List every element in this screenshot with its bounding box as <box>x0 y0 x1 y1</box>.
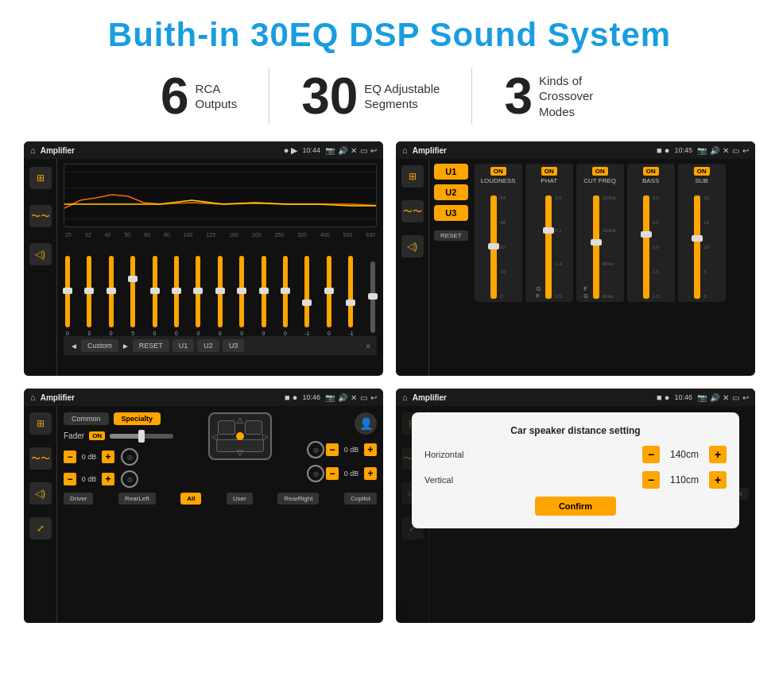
eq-slider-14[interactable] <box>370 261 375 336</box>
horizontal-minus-btn[interactable]: − <box>642 446 660 463</box>
eq-sliders: 0 0 0 5 0 0 0 0 0 0 0 -1 0 -1 <box>64 241 377 336</box>
vertical-plus-btn[interactable]: + <box>709 471 727 489</box>
up-arrow[interactable]: △ <box>237 416 243 424</box>
xo-reset-btn[interactable]: RESET <box>434 230 468 241</box>
bass-slider: 3.02.52.01.51.0 <box>643 188 659 299</box>
home-icon: ⌂ <box>30 145 36 155</box>
sub-on-badge[interactable]: ON <box>694 167 710 176</box>
stats-row: 6 RCAOutputs 30 EQ AdjustableSegments 3 … <box>24 68 755 124</box>
spk-icon-right-2: ◎ <box>307 465 324 482</box>
fader-row: Fader ON <box>64 431 173 440</box>
dist-home-icon: ⌂ <box>402 393 408 402</box>
dialog-confirm-area: Confirm <box>424 497 727 516</box>
eq-u2-btn[interactable]: U2 <box>197 339 219 352</box>
cutfreq-on-badge[interactable]: ON <box>592 167 608 176</box>
spk-ctrl-right-2: ◎ − 0 dB + <box>307 465 377 482</box>
eq-more-icon[interactable]: » <box>366 342 370 350</box>
stat-number-crossover: 3 <box>504 71 533 122</box>
spk-plus-left-2[interactable]: + <box>102 473 114 485</box>
eq-u1-btn[interactable]: U1 <box>172 339 195 352</box>
fader-back-icon: ↩ <box>370 393 377 402</box>
driver-btn[interactable]: Driver <box>64 493 93 505</box>
bass-on-badge[interactable]: ON <box>643 167 659 176</box>
bass-freq-labels: 3.02.52.01.51.0 <box>653 195 659 299</box>
spk-plus-left-1[interactable]: + <box>102 451 114 463</box>
xo-speaker-btn[interactable]: ◁) <box>401 235 424 257</box>
rearright-btn[interactable]: RearRight <box>277 493 319 505</box>
vertical-minus-btn[interactable]: − <box>642 471 660 489</box>
fader-screen-card: ⌂ Amplifier ■ ● 10:46 📷 🔊 ✕ ▭ ↩ ⊞ 〜〜 ◁) … <box>24 389 383 623</box>
phat-track[interactable] <box>545 195 552 299</box>
xo-dot-icon: ■ ● <box>657 145 669 155</box>
sub-track[interactable] <box>694 195 700 299</box>
eq-slider-3[interactable]: 5 <box>130 256 135 336</box>
eq-slider-4[interactable]: 0 <box>153 256 157 336</box>
phat-on-badge[interactable]: ON <box>541 167 557 176</box>
spk-ctrl-left-2: − 0 dB + <box>64 473 114 485</box>
eq-slider-6[interactable]: 0 <box>196 256 200 336</box>
xo-filter-btn[interactable]: ⊞ <box>401 165 424 188</box>
confirm-button[interactable]: Confirm <box>535 497 616 516</box>
xo-loudness-col: ON LOUDNESS 644832160 <box>475 164 522 302</box>
eq-slider-11[interactable]: -1 <box>304 256 309 336</box>
spk-minus-right-1[interactable]: − <box>326 443 339 456</box>
eq-slider-10[interactable]: 0 <box>283 256 288 336</box>
eq-slider-8[interactable]: 0 <box>239 256 244 336</box>
u1-btn[interactable]: U1 <box>434 164 468 180</box>
xo-wave-btn[interactable]: 〜〜 <box>401 200 424 222</box>
eq-next-btn[interactable]: ► <box>122 342 130 350</box>
horizontal-plus-btn[interactable]: + <box>709 446 727 463</box>
u2-btn[interactable]: U2 <box>434 184 468 200</box>
spk-plus-right-1[interactable]: + <box>364 443 377 456</box>
eq-slider-0[interactable]: 0 <box>65 256 70 336</box>
eq-reset-btn[interactable]: RESET <box>133 339 169 352</box>
fader-speaker-btn[interactable]: ◁) <box>29 482 52 505</box>
spk-minus-left-1[interactable]: − <box>64 451 76 463</box>
spk-icon-left-1: ◎ <box>121 448 138 466</box>
rearleft-btn[interactable]: RearLeft <box>118 493 156 505</box>
spk-plus-right-2[interactable]: + <box>364 467 377 480</box>
xo-window-icon: ▭ <box>732 146 739 155</box>
eq-slider-12[interactable]: 0 <box>327 256 331 336</box>
eq-slider-9[interactable]: 0 <box>262 256 266 336</box>
down-arrow[interactable]: ▽ <box>237 448 243 457</box>
fader-volume-icon: 🔊 <box>338 393 347 402</box>
user-btn[interactable]: User <box>227 493 253 505</box>
dialog-title: Car speaker distance setting <box>424 425 727 436</box>
fader-tabs: Common Specialty <box>64 412 173 425</box>
xo-cutfreq-header: ON CUT FREQ <box>583 167 616 184</box>
fader-on-badge[interactable]: ON <box>89 431 105 440</box>
bass-track[interactable] <box>643 195 649 299</box>
copilot-btn[interactable]: Copilot <box>344 493 377 505</box>
spk-val-right-1: 0 dB <box>340 446 362 454</box>
eq-slider-5[interactable]: 0 <box>174 256 179 336</box>
all-btn[interactable]: All <box>180 493 201 505</box>
fader-expand-btn[interactable]: ⤢ <box>29 517 52 540</box>
eq-prev-btn[interactable]: ◄ <box>70 342 78 350</box>
xo-phat-col: ON PHAT G F <box>525 164 573 302</box>
tab-common[interactable]: Common <box>64 412 109 425</box>
fader-bar[interactable] <box>110 434 173 439</box>
left-arrow[interactable]: ◁ <box>211 432 218 441</box>
eq-speaker-btn[interactable]: ◁) <box>29 243 52 265</box>
spk-minus-left-2[interactable]: − <box>64 473 76 485</box>
eq-filter-btn[interactable]: ⊞ <box>29 167 52 189</box>
fader-filter-btn[interactable]: ⊞ <box>29 412 52 435</box>
u3-btn[interactable]: U3 <box>434 205 468 221</box>
eq-slider-7[interactable]: 0 <box>218 256 223 336</box>
cutfreq-track[interactable] <box>593 195 599 299</box>
eq-slider-1[interactable]: 0 <box>87 256 91 336</box>
spk-minus-right-2[interactable]: − <box>326 467 339 480</box>
vertical-control: − 110cm + <box>642 471 727 489</box>
eq-u3-btn[interactable]: U3 <box>223 339 245 352</box>
eq-wave-btn[interactable]: 〜〜 <box>29 205 52 227</box>
tab-specialty[interactable]: Specialty <box>114 412 161 425</box>
fader-thumb[interactable] <box>138 430 145 443</box>
fader-wave-btn[interactable]: 〜〜 <box>29 447 52 470</box>
loudness-on-badge[interactable]: ON <box>490 167 506 176</box>
eq-slider-13[interactable]: -1 <box>348 256 353 336</box>
loudness-track[interactable] <box>490 195 497 299</box>
eq-slider-2[interactable]: 0 <box>109 256 114 336</box>
eq-custom-btn[interactable]: Custom <box>81 339 118 352</box>
right-arrow[interactable]: ▷ <box>262 432 269 441</box>
